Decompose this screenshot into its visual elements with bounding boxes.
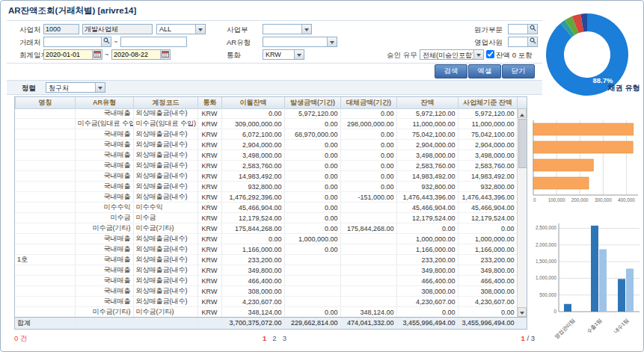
table-row[interactable]: 국내매출외상매출금(내수)KRW1,166,000.000.001,166,00… [15,244,517,255]
table-cell [15,297,75,307]
table-row[interactable]: 미수금미수금KRW12,179,524.000.0012,179,524.001… [15,213,517,223]
table-cell: 0.00 [284,213,340,223]
sort-select[interactable]: 청구처 [46,82,105,93]
table-cell: 175,844,268.00 [221,223,284,234]
business-site-name-input[interactable] [82,24,153,34]
table-row[interactable]: 국내매출외상매출금(내수)KRW2,583,760.000.000.002,58… [15,161,517,171]
table-row[interactable]: 국내매출외상매출금(내수)KRW349,800.00349,800.00349,… [15,265,517,276]
column-header[interactable]: 대체금액(기간) [341,97,397,109]
bar [533,159,593,171]
include-zero-balance-checkbox[interactable] [486,50,494,58]
date-from-input[interactable] [44,50,94,59]
column-header[interactable]: 통화 [198,97,222,109]
table-cell: 2,583,760.00 [396,161,458,171]
date-to-field[interactable] [111,49,171,60]
customer-from-search-field[interactable] [43,37,111,47]
currency-select[interactable]: KRW [263,49,304,60]
customer-label: 거래처 [19,38,41,48]
customer-range-tilde: ~ [114,38,117,46]
column-header[interactable]: 잔액 [397,97,459,109]
page-number-3[interactable]: 3 [283,334,286,342]
table-row[interactable]: 미수수익미수수익KRW45,466,904.000.0045,466,904.0… [15,203,517,213]
date-range-tilde: ~ [105,51,108,58]
table-cell: 11,000,000.00 [458,119,517,129]
column-header[interactable]: 사업체기준 잔액 [459,97,518,109]
customer-to-input[interactable] [120,37,187,47]
date-to-input[interactable] [112,50,162,59]
table-cell [340,255,396,265]
table-cell: 298,000,000.00 [340,119,396,129]
chevron-down-icon[interactable] [327,37,337,46]
table-cell: 0.00 [340,108,396,119]
x-tick-label: 100,000 [548,197,565,203]
table-cell: 349,800.00 [458,265,517,276]
table-row[interactable]: 미수금(임대료 수입)미수금(임대료 수입)KRW309,000,000.000… [15,119,517,129]
table-cell: 미수금 [133,213,197,223]
scroll-up-button[interactable] [518,108,527,118]
chevron-down-icon[interactable] [95,83,105,92]
business-site-scope-select[interactable]: ALL [156,24,206,34]
column-header[interactable]: 발생금액(기간) [285,97,341,109]
business-site-label: 사업처 [19,25,41,35]
vertical-scrollbar[interactable] [517,108,527,317]
column-header[interactable]: 계정코드 [134,97,198,109]
excel-button[interactable]: 엑셀 [468,64,501,78]
table-cell [340,297,396,307]
table-row[interactable]: 국내매출외상매출금(내수)KRW3,498,000.000.000.003,49… [15,150,517,161]
date-from-field[interactable] [43,49,102,60]
table-row[interactable]: 국내매출외상매출금(내수)KRW932,800.000.000.00932,80… [15,182,517,192]
table-row[interactable]: 국내매출외상매출금(내수)KRW4,230,607.004,230,607.00… [15,297,517,307]
table-row[interactable]: 국내매출외상매출금(내수)KRW0.001,000,000.001,000,00… [15,234,517,244]
chevron-down-icon[interactable] [301,25,311,34]
scrollbar-thumb[interactable] [518,119,527,168]
table-cell: 국내매출 [75,244,133,255]
bar [533,123,634,135]
table-cell: 2,583,760.00 [221,161,284,171]
search-icon[interactable] [101,37,111,46]
table-row[interactable]: 국내매출외상매출금(내수)KRW0.005,972,120.000.005,97… [15,108,517,119]
column-header[interactable]: 명칭 [16,97,76,109]
table-cell: 466,400.00 [458,276,517,286]
table-row[interactable]: 국내매출외상매출금(내수)KRW1,476,292,396.000.00-151… [15,192,517,203]
table-row[interactable]: 1호국내매출외상매출금(내수)KRW233,200.00233,200.0023… [15,255,517,265]
table-row[interactable]: 국내매출외상매출금(내수)KRW6,072,100.0068,970,000.0… [15,129,517,140]
page-number-2[interactable]: 2 [272,334,276,342]
table-row[interactable]: 국내매출외상매출금(내수)KRW466,400.00466,400.00466,… [15,276,517,286]
search-button[interactable]: 검색 [435,64,467,78]
chevron-down-icon[interactable] [195,25,205,34]
table-cell: 0.00 [221,234,284,244]
table-cell: 5,972,120.00 [458,108,517,119]
results-grid: 명칭AR유형계정코드통화이월잔액발생금액(기간)대체금액(기간)잔액사업체기준 … [14,96,527,330]
table-cell: 45,466,904.00 [396,203,458,213]
chevron-down-icon[interactable] [473,50,483,59]
division-select[interactable] [263,24,312,34]
calendar-icon[interactable] [92,50,102,59]
cost-center-input[interactable] [509,25,530,34]
table-row[interactable]: 국내매출외상매출금(내수)KRW2,904,000.000.000.002,90… [15,140,517,150]
footer-total-cell: 229,662,814.00 [284,318,340,328]
table-row[interactable]: 국내매출외상매출금(내수)KRW308,000.00308,000.00308,… [15,286,517,297]
table-cell: 0.00 [396,307,458,318]
scroll-down-button[interactable] [518,307,527,317]
table-cell: 국내매출 [75,108,133,119]
business-site-code-input[interactable] [43,24,79,34]
ar-type-select[interactable] [263,37,337,47]
column-header[interactable]: 이월잔액 [222,97,285,109]
sales-rep-input[interactable] [509,37,530,46]
chevron-down-icon[interactable] [294,50,304,59]
table-cell: 국내매출 [75,265,133,276]
table-cell [284,265,340,276]
customer-from-input[interactable] [44,37,103,46]
column-header[interactable]: AR유형 [76,97,134,109]
table-row[interactable]: 국내매출외상매출금(내수)KRW14,983,492.000.000.0014,… [15,171,517,182]
table-cell: 5,972,120.00 [396,108,458,119]
table-cell: KRW [197,244,221,255]
table-cell: 0.00 [340,182,396,192]
table-row[interactable]: 미수금(기타)미수금(기타)KRW175,844,268.000.00175,8… [15,223,517,234]
table-row[interactable]: 미수금(기타)미수금(기타)KRW348,124.000.00348,124.0… [15,307,517,318]
page-number-1[interactable]: 1 [263,334,266,342]
calendar-icon[interactable] [160,50,170,59]
approval-select[interactable]: 전체(미승인포함) [420,49,484,60]
sort-bar: 정렬 청구처 [7,80,542,95]
table-cell: 국내매출 [75,161,133,171]
